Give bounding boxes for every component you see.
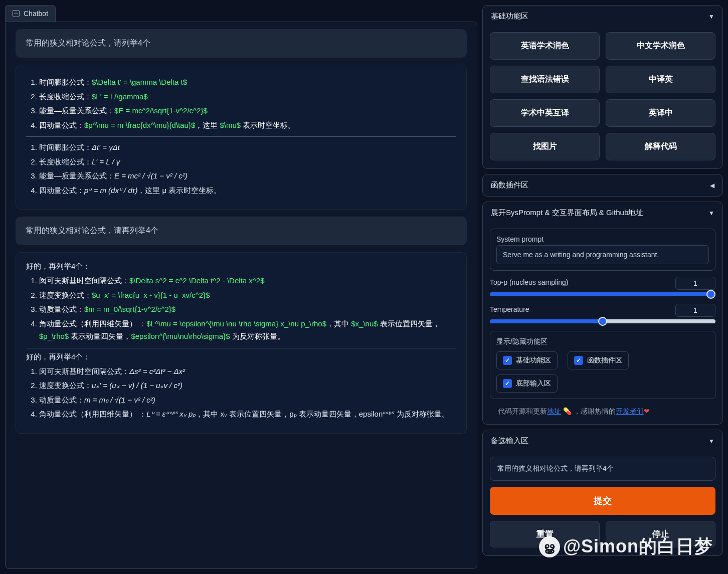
stop-button[interactable]: 停止	[606, 521, 715, 547]
checkbox-checked-icon: ✓	[503, 356, 512, 365]
chevron-left-icon: ◀	[710, 182, 714, 189]
rendered-list: 闵可夫斯基时空间隔公式：Δs² = c²Δt² − Δx² 速度变换公式：uₓ′…	[26, 365, 456, 421]
system-prompt-label: System prompt	[496, 235, 709, 243]
temperature-label: Temperature	[490, 305, 529, 313]
submit-button[interactable]: 提交	[490, 487, 715, 515]
assistant-message: 好的，再列举4个： 闵可夫斯基时空间隔公式：$\Delta s^2 = c^2 …	[16, 252, 467, 434]
checkbox-checked-icon: ✓	[503, 379, 512, 388]
basic-functions-header[interactable]: 基础功能区 ▼	[483, 6, 722, 27]
raw-list: 闵可夫斯基时空间隔公式：$\Delta s^2 = c^2 \Delta t^2…	[26, 274, 456, 343]
raw-list: 时间膨胀公式：$\Delta t' = \gamma \Delta t$ 长度收…	[26, 76, 456, 131]
topp-label: Top-p (nucleus sampling)	[490, 278, 568, 286]
chat-scroll[interactable]: 常用的狭义相对论公式，请列举4个 时间膨胀公式：$\Delta t' = \ga…	[5, 22, 477, 569]
assistant-message: 时间膨胀公式：$\Delta t' = \gamma \Delta t$ 长度收…	[16, 65, 467, 210]
btn-find-image[interactable]: 找图片	[490, 133, 600, 160]
credits-line: 代码开源和更新地址 💊 ，感谢热情的开发者们❤	[490, 405, 715, 416]
sysprompt-section: 展开SysPrompt & 交互界面布局 & Github地址 ▼ System…	[482, 202, 723, 425]
divider	[26, 136, 456, 137]
plugins-section: 函数插件区 ◀	[482, 174, 723, 197]
topp-value[interactable]: 1	[675, 277, 715, 290]
chat-icon	[13, 10, 20, 17]
btn-en-to-zh[interactable]: 英译中	[606, 99, 715, 127]
btn-english-polish[interactable]: 英语学术润色	[490, 32, 600, 60]
btn-chinese-polish[interactable]: 中文学术润色	[606, 32, 715, 60]
toggle-basic[interactable]: ✓基础功能区	[496, 351, 558, 369]
alt-input-section: 备选输入区 ▼ 常用的狭义相对论公式，请再列举4个 提交 重置 停止	[482, 430, 723, 556]
alt-input-header[interactable]: 备选输入区 ▼	[483, 430, 722, 452]
user-message: 常用的狭义相对论公式，请再列举4个	[16, 217, 467, 245]
system-prompt-input[interactable]: Serve me as a writing and programming as…	[496, 245, 709, 264]
section-title: 展开SysPrompt & 交互界面布局 & Github地址	[491, 208, 643, 218]
toggle-title: 显示/隐藏功能区	[496, 337, 709, 346]
sysprompt-header[interactable]: 展开SysPrompt & 交互界面布局 & Github地址 ▼	[483, 202, 722, 224]
user-message: 常用的狭义相对论公式，请列举4个	[16, 29, 467, 58]
btn-grammar-check[interactable]: 查找语法错误	[490, 66, 600, 93]
btn-academic-trans[interactable]: 学术中英互译	[490, 99, 600, 127]
repo-link[interactable]: 地址	[547, 407, 561, 415]
section-title: 基础功能区	[491, 12, 528, 21]
reset-button[interactable]: 重置	[490, 521, 600, 547]
btn-zh-to-en[interactable]: 中译英	[606, 66, 715, 93]
topp-slider[interactable]	[490, 292, 715, 296]
plugins-header[interactable]: 函数插件区 ◀	[483, 174, 722, 196]
alt-input-field[interactable]: 常用的狭义相对论公式，请再列举4个	[490, 457, 715, 481]
toggle-bottom-input[interactable]: ✓底部输入区	[496, 374, 558, 393]
checkbox-checked-icon: ✓	[574, 356, 583, 365]
section-title: 函数插件区	[491, 180, 528, 190]
chevron-down-icon: ▼	[708, 210, 714, 217]
divider	[26, 348, 456, 348]
basic-functions-section: 基础功能区 ▼ 英语学术润色 中文学术润色 查找语法错误 中译英 学术中英互译 …	[482, 5, 723, 169]
devs-link[interactable]: 开发者们	[616, 407, 644, 415]
chevron-down-icon: ▼	[708, 438, 714, 445]
toggle-plugins[interactable]: ✓函数插件区	[568, 351, 629, 369]
btn-explain-code[interactable]: 解释代码	[606, 133, 715, 160]
section-title: 备选输入区	[491, 436, 528, 446]
temperature-value[interactable]: 1	[675, 304, 715, 317]
rendered-list: 时间膨胀公式：Δt′ = γΔt 长度收缩公式：L′ = L / γ 能量—质量…	[26, 141, 456, 197]
chevron-down-icon: ▼	[708, 13, 714, 20]
chat-tab[interactable]: Chatbot	[5, 5, 56, 22]
chat-tab-label: Chatbot	[24, 10, 48, 18]
temperature-slider[interactable]	[490, 319, 715, 323]
